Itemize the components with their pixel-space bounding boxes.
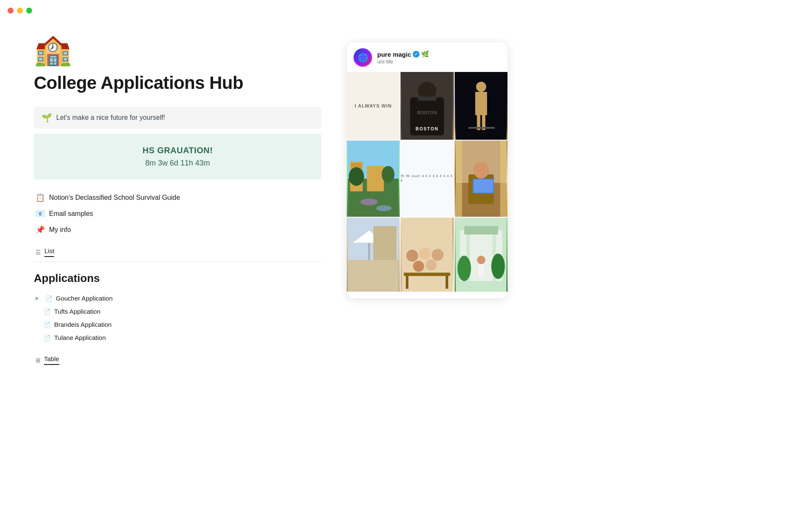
verified-icon: ✓ (413, 51, 420, 58)
svg-point-48 (491, 254, 505, 279)
svg-rect-31 (368, 243, 370, 260)
app-item-tufts[interactable]: 📄 Tufts Application (34, 305, 321, 318)
photo-working (455, 141, 508, 217)
countdown-title: HS GRAUATION! (41, 146, 314, 155)
close-button[interactable] (8, 8, 14, 14)
photo-speaker (455, 72, 508, 140)
photo-spreadsheet: 95 96 count A A A A A A A A A A (401, 141, 453, 217)
svg-rect-44 (464, 226, 498, 235)
doc-icon: 📄 (43, 308, 51, 315)
list-view-label: List (44, 247, 54, 257)
svg-rect-26 (455, 141, 462, 217)
svg-point-38 (426, 260, 437, 271)
traffic-lights (8, 8, 32, 14)
svg-point-19 (376, 205, 392, 211)
list-icon: ☰ (36, 249, 41, 256)
svg-point-49 (477, 256, 485, 264)
svg-rect-10 (468, 127, 494, 129)
avatar-inner: 🌐 (355, 50, 371, 66)
survival-guide-label: Notion's Declassified School Survival Gu… (49, 194, 180, 202)
countdown-time: 8m 3w 6d 11h 43m (41, 159, 314, 168)
username: pure magic ✓ 🌿 (377, 50, 429, 58)
profile-subtitle: uni life (377, 58, 429, 65)
svg-rect-39 (404, 273, 450, 276)
app-item-brandeis[interactable]: 📄 Brandeis Application (34, 318, 321, 331)
my-info-icon: 📌 (36, 225, 45, 235)
social-card: 🌐 pure magic ✓ 🌿 uni life I ALWAYS WIN (347, 42, 508, 298)
doc-icon: 📄 (43, 321, 51, 328)
photo-group (401, 218, 453, 292)
photo-text-cell: I ALWAYS WIN (347, 72, 400, 140)
svg-rect-2 (410, 97, 444, 135)
svg-rect-27 (500, 141, 506, 217)
profile-info: pure magic ✓ 🌿 uni life (377, 50, 429, 65)
grid-text: I ALWAYS WIN (355, 103, 392, 108)
app-name-tulane: Tulane Application (54, 334, 106, 341)
callout-text: Let's make a nice future for yourself! (56, 114, 165, 121)
spreadsheet-content: 95 96 count A A A A A A A A A A (401, 174, 453, 183)
callout-icon: 🌱 (41, 113, 52, 123)
table-icon: ⊞ (36, 357, 41, 364)
right-column: 🌐 pure magic ✓ 🌿 uni life I ALWAYS WIN (347, 34, 812, 367)
photo-boston: BOSTON (401, 72, 453, 140)
svg-rect-29 (348, 260, 399, 292)
svg-rect-50 (478, 264, 483, 277)
svg-rect-32 (373, 226, 397, 260)
survival-guide-icon: 📋 (36, 193, 45, 202)
countdown-block: HS GRAUATION! 8m 3w 6d 11h 43m (34, 134, 321, 179)
avatar: 🌐 (354, 48, 372, 67)
main-layout: 🏫 College Applications Hub 🌱 Let's make … (0, 0, 812, 367)
list-view-tab[interactable]: ☰ List (34, 245, 321, 260)
svg-rect-7 (475, 92, 487, 115)
svg-point-18 (361, 199, 378, 205)
svg-rect-40 (406, 276, 409, 289)
minimize-button[interactable] (17, 8, 23, 14)
link-survival-guide[interactable]: 📋 Notion's Declassified School Survival … (34, 190, 321, 206)
doc-icon: 📄 (45, 295, 52, 302)
svg-point-23 (473, 162, 488, 179)
link-email-samples[interactable]: 📧 Email samples (34, 206, 321, 222)
email-samples-label: Email samples (49, 210, 93, 218)
svg-point-6 (476, 82, 486, 92)
app-item-goucher[interactable]: ▶ 📄 Goucher Application (34, 292, 321, 305)
my-info-label: My info (49, 226, 71, 234)
svg-rect-15 (367, 166, 384, 191)
page-title: College Applications Hub (34, 73, 321, 93)
svg-point-34 (406, 250, 418, 262)
left-column: 🏫 College Applications Hub 🌱 Let's make … (34, 34, 321, 367)
app-name-tufts: Tufts Application (54, 308, 101, 315)
applications-heading: Applications (34, 272, 321, 285)
photo-garden (455, 218, 508, 292)
app-item-tulane[interactable]: 📄 Tulane Application (34, 331, 321, 344)
scrollbar[interactable] (505, 86, 506, 126)
callout-block: 🌱 Let's make a nice future for yourself! (34, 107, 321, 129)
email-samples-icon: 📧 (36, 209, 45, 218)
svg-rect-41 (446, 276, 448, 289)
profile-emojis: 🌿 (421, 50, 429, 58)
social-header: 🌐 pure magic ✓ 🌿 uni life (347, 42, 508, 72)
photo-outdoor-market (347, 218, 400, 292)
svg-point-17 (382, 166, 395, 183)
app-name-goucher: Goucher Application (56, 295, 112, 302)
svg-point-35 (419, 248, 431, 260)
svg-point-47 (457, 256, 471, 281)
svg-point-16 (349, 167, 364, 186)
table-view-tab[interactable]: ⊞ Table (34, 353, 321, 367)
photo-grid: I ALWAYS WIN BOSTON (347, 72, 508, 292)
svg-text:BOSTON: BOSTON (417, 110, 437, 115)
photo-campus (347, 141, 400, 217)
svg-point-37 (413, 261, 424, 272)
svg-rect-25 (473, 179, 493, 193)
svg-rect-4 (418, 97, 436, 101)
app-name-brandeis: Brandeis Application (54, 321, 112, 328)
toggle-icon[interactable]: ▶ (36, 295, 41, 301)
table-view-label: Table (44, 355, 59, 365)
svg-point-36 (432, 249, 444, 261)
doc-icon: 📄 (43, 334, 51, 341)
page-icon: 🏫 (34, 34, 321, 64)
fullscreen-button[interactable] (26, 8, 32, 14)
link-my-info[interactable]: 📌 My info (34, 222, 321, 238)
